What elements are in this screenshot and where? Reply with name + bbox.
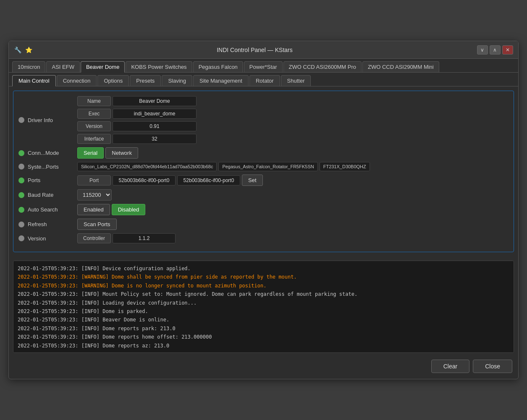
enabled-button[interactable]: Enabled — [77, 204, 110, 215]
disabled-button[interactable]: Disabled — [112, 204, 146, 215]
port-chip-1: Silicon_Labs_CP2102N_d88d70e0fd44eb11ad7… — [77, 162, 217, 171]
baud-rate-indicator — [18, 192, 24, 198]
tab-presets[interactable]: Presets — [130, 75, 161, 86]
device-tab-kobs[interactable]: KOBS Power Switches — [126, 61, 192, 72]
controller-version-fields: Controller 1.1.2 — [77, 233, 176, 243]
sub-tabs: Main Control Connection Options Presets … — [9, 73, 518, 86]
log-area[interactable]: 2022-01-25T05:39:23: [INFO] Device confi… — [13, 261, 514, 353]
tab-shutter[interactable]: Shutter — [281, 75, 311, 86]
log-line: 2022-01-25T05:39:23: [INFO] Dome is park… — [18, 307, 509, 316]
minimize-button[interactable]: ∨ — [477, 45, 488, 55]
port-chip-2: Pegasus_Astro_Falcon_Rotator_FR5FK5SN — [218, 162, 317, 171]
main-content: Driver Info Name Beaver Dome Exec indi_b… — [9, 86, 518, 261]
titlebar-icons: 🔧 ⭐ — [14, 46, 32, 54]
name-key-label: Name — [77, 96, 111, 106]
controller-key-label: Controller — [77, 233, 111, 243]
ports-indicator — [18, 177, 24, 183]
port-value1: 52b003b68c-if00-port0 — [113, 175, 176, 185]
refresh-label: Refresh — [28, 221, 74, 227]
exec-value: indi_beaver_dome — [113, 109, 197, 119]
conn-mode-indicator — [18, 150, 24, 156]
network-button[interactable]: Network — [105, 147, 138, 159]
auto-search-label: Auto Search — [28, 206, 74, 213]
tab-rotator[interactable]: Rotator — [249, 75, 280, 86]
controller-value: 1.1.2 — [113, 233, 176, 243]
titlebar-controls: ∨ ∧ ✕ — [477, 45, 513, 55]
baud-rate-row: Baud Rate 9600 19200 38400 57600 115200 … — [18, 189, 509, 201]
close-button[interactable]: Close — [473, 360, 512, 373]
controller-version-label: Version — [28, 235, 74, 242]
baud-rate-fields: 9600 19200 38400 57600 115200 230400 — [77, 189, 112, 201]
bottom-bar: Clear Close — [9, 355, 518, 379]
conn-mode-fields: Serial Network — [77, 147, 138, 159]
log-line: 2022-01-25T05:39:23: [INFO] Device confi… — [18, 264, 509, 273]
syste-ports-indicator — [18, 164, 24, 170]
auto-search-row: Auto Search Enabled Disabled — [18, 204, 509, 215]
refresh-row: Refresh Scan Ports — [18, 219, 509, 230]
log-line: 2022-01-25T05:39:23: [WARNING] Dome shal… — [18, 273, 509, 281]
device-tabs: 10micron ASI EFW Beaver Dome KOBS Power … — [9, 59, 518, 73]
name-value: Beaver Dome — [113, 96, 197, 106]
conn-mode-label: Conn...Mode — [28, 150, 74, 156]
device-tab-beaver-dome[interactable]: Beaver Dome — [81, 61, 125, 73]
ports-fields: Port 52b003b68c-if00-port0 52b003b68c-if… — [77, 175, 263, 186]
device-tab-zwo-2600[interactable]: ZWO CCD ASI2600MM Pro — [283, 61, 362, 72]
log-line: 2022-01-25T05:39:23: [INFO] Dome reports… — [18, 333, 509, 341]
serial-button[interactable]: Serial — [77, 147, 104, 159]
version-value: 0.91 — [113, 121, 197, 131]
baud-rate-label: Baud Rate — [28, 192, 74, 198]
port-chip-3: FT231X_D30B0QHZ — [320, 162, 370, 171]
syste-ports-list: Silicon_Labs_CP2102N_d88d70e0fd44eb11ad7… — [77, 162, 370, 171]
maximize-button[interactable]: ∧ — [490, 45, 501, 55]
set-button[interactable]: Set — [242, 175, 263, 186]
port-value2: 52b003b68c-if00-port0 — [177, 175, 240, 185]
titlebar: 🔧 ⭐ INDI Control Panel — KStars ∨ ∧ ✕ — [9, 41, 518, 59]
controller-version-indicator — [18, 235, 24, 241]
tab-main-control[interactable]: Main Control — [12, 75, 56, 86]
device-tab-powerstar[interactable]: Power*Star — [244, 61, 283, 72]
refresh-fields: Scan Ports — [77, 219, 117, 230]
conn-mode-row: Conn...Mode Serial Network — [18, 147, 509, 159]
interface-value: 32 — [113, 134, 197, 144]
properties-panel: Driver Info Name Beaver Dome Exec indi_b… — [13, 91, 514, 252]
log-line: 2022-01-25T05:39:23: [INFO] Dome reports… — [18, 342, 509, 350]
tab-site-management[interactable]: Site Management — [193, 75, 249, 86]
device-tab-pegasus[interactable]: Pegasus Falcon — [193, 61, 243, 72]
tab-options[interactable]: Options — [97, 75, 129, 86]
device-tab-asi-efw[interactable]: ASI EFW — [46, 61, 79, 72]
log-line: 2022-01-25T05:39:23: [WARNING] Dome is n… — [18, 282, 509, 290]
log-line: 2022-01-25T05:39:23: [INFO] Mount Policy… — [18, 290, 509, 298]
app-icon-star: ⭐ — [25, 46, 32, 54]
port-key-label: Port — [77, 175, 111, 185]
app-icon-wrench: 🔧 — [14, 46, 21, 54]
window-title: INDI Control Panel — KStars — [217, 47, 293, 53]
syste-ports-row: Syste...Ports Silicon_Labs_CP2102N_d88d7… — [18, 162, 509, 171]
controller-version-row: Version Controller 1.1.2 — [18, 233, 509, 243]
driver-info-indicator — [18, 117, 24, 123]
tab-connection[interactable]: Connection — [57, 75, 97, 86]
auto-search-fields: Enabled Disabled — [77, 204, 145, 215]
exec-key-label: Exec — [77, 109, 111, 119]
scan-ports-button[interactable]: Scan Ports — [77, 219, 117, 230]
log-line: 2022-01-25T05:39:23: [INFO] Beaver Dome … — [18, 316, 509, 324]
log-line: 2022-01-25T05:39:23: [INFO] Dome reports… — [18, 324, 509, 333]
driver-info-row: Driver Info Name Beaver Dome Exec indi_b… — [18, 96, 509, 144]
device-tab-10micron[interactable]: 10micron — [12, 61, 45, 72]
refresh-indicator — [18, 222, 24, 227]
ports-row: Ports Port 52b003b68c-if00-port0 52b003b… — [18, 175, 509, 186]
version-key-label: Version — [77, 121, 111, 131]
auto-search-indicator — [18, 207, 24, 213]
baud-rate-select[interactable]: 9600 19200 38400 57600 115200 230400 — [77, 189, 112, 201]
close-window-button[interactable]: ✕ — [502, 45, 513, 55]
syste-ports-label: Syste...Ports — [28, 164, 74, 170]
log-line: 2022-01-25T05:39:23: [INFO] Loading devi… — [18, 299, 509, 307]
clear-button[interactable]: Clear — [431, 360, 469, 373]
driver-info-label: Driver Info — [28, 117, 74, 123]
main-window: 🔧 ⭐ INDI Control Panel — KStars ∨ ∧ ✕ 10… — [8, 41, 519, 379]
interface-key-label: Interface — [77, 134, 111, 144]
driver-info-fields: Name Beaver Dome Exec indi_beaver_dome V… — [77, 96, 197, 144]
tab-slaving[interactable]: Slaving — [162, 75, 192, 86]
ports-label: Ports — [28, 177, 74, 183]
device-tab-zwo-290[interactable]: ZWO CCD ASI290MM Mini — [362, 61, 439, 72]
